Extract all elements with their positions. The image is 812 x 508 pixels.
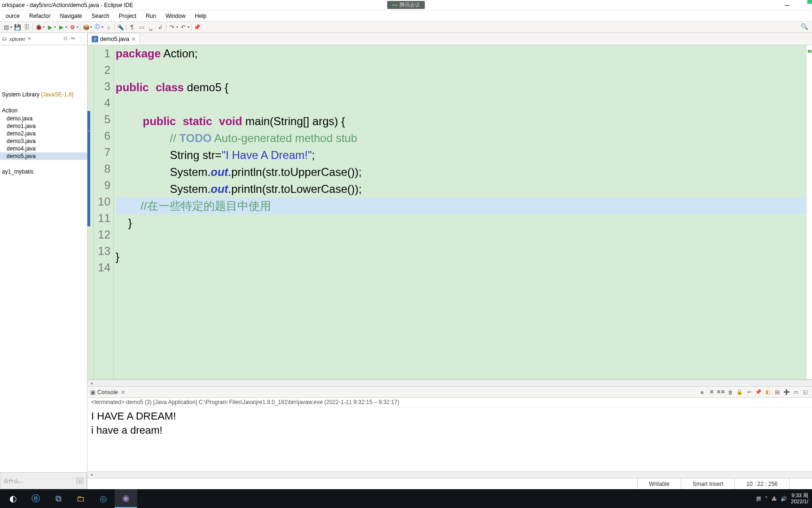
console-h-scrollbar[interactable]: ◂ [87,471,812,478]
powershell-icon[interactable]: ⧉ [47,489,70,508]
save-all-icon[interactable]: 🗄 [23,23,31,32]
show-whitespace-icon[interactable]: ␣ [147,23,155,32]
file-node[interactable]: demo2.java [0,130,87,137]
next-annotation-icon[interactable]: ↷ [168,23,176,32]
overview-mark [808,50,812,53]
tray-chevron-icon[interactable]: ˄ [765,496,768,502]
ime-indicator[interactable]: 拼 [756,495,761,502]
menu-refactor[interactable]: Refactor [24,10,55,21]
maximize-view-icon[interactable]: ◱ [802,389,809,396]
menu-bar: ource Refactor Navigate Search Project R… [0,10,812,22]
explorer-view-header: 🗂 xplorer ✕ ⊟ ⇆ ⋮ [0,33,87,45]
save-icon[interactable]: 💾 [13,23,22,32]
pin-editor-icon[interactable]: 📌 [193,23,201,32]
clear-console-icon[interactable]: 🗑 [726,389,734,396]
console-tab-label[interactable]: Console [97,389,118,396]
search-box[interactable]: 点什么... ‹ [0,472,87,489]
debug-icon[interactable]: 🐞 [34,23,43,32]
code-content[interactable]: package Action; public class demo5 { pub… [114,45,806,379]
file-explorer-icon[interactable]: 🗀 [70,489,92,508]
windows-taskbar: ◐ ⓔ ⧉ 🗀 ◎ ◉ 拼 ˄ 🖧 🔊 9:33 周 2022/1/ [0,489,812,508]
menu-project[interactable]: Project [114,10,141,21]
close-icon[interactable]: ✕ [121,389,125,396]
code-editor[interactable]: ▸ 1 2 3 4 5 6 7 8 9 10 11 12 13 14 packa… [87,45,812,380]
volume-icon[interactable]: 🔊 [781,496,787,502]
menu-search[interactable]: Search [87,10,114,21]
wrap-icon[interactable]: ↲ [156,23,164,32]
file-node[interactable]: demo3.java [0,137,87,145]
project-tree[interactable]: System Library [JavaSE-1.8] Action demo.… [0,45,87,472]
eclipse-icon[interactable]: ◉ [115,489,137,508]
scroll-left-icon[interactable]: ◂ [87,381,95,386]
main-split: 🗂 xplorer ✕ ⊟ ⇆ ⋮ System Library [JavaSE… [0,33,812,489]
edge-icon[interactable]: ⓔ [24,489,47,508]
status-insert-mode: Smart Insert [681,478,734,489]
scroll-left-icon[interactable]: ◂ [87,472,95,478]
close-tab-icon[interactable]: ✕ [131,36,136,42]
editor-tab[interactable]: J demo5.java ✕ [87,33,140,45]
coverage-icon[interactable]: ▶ [57,23,65,32]
taskbar-clock[interactable]: 9:33 周 2022/1/ [791,492,808,505]
scroll-lock-icon[interactable]: 🔒 [736,389,743,396]
view-menu-icon[interactable]: ⋮ [78,36,85,42]
collapse-all-icon[interactable]: ⊟ [63,36,70,42]
new-console-icon[interactable]: ➕ [783,389,790,396]
open-console-icon[interactable]: ▤ [773,389,781,396]
status-cursor-position: 10 : 22 : 256 [734,478,789,489]
system-tray[interactable]: 拼 ˄ 🖧 🔊 9:33 周 2022/1/ [756,492,810,505]
status-bar: Writable Smart Insert 10 : 22 : 256 [87,478,812,489]
display-selected-icon[interactable]: ◧ [764,389,772,396]
explorer-tab-label[interactable]: xplorer [9,36,25,42]
file-node-selected[interactable]: demo5.java [0,152,87,160]
network-icon[interactable]: 🖧 [772,496,777,501]
package-explorer-panel: 🗂 xplorer ✕ ⊟ ⇆ ⋮ System Library [JavaSE… [0,33,87,489]
menu-run[interactable]: Run [141,10,161,21]
file-node[interactable]: demo4.java [0,145,87,152]
console-panel: ▣ Console ✕ ■ ✖ ✖✖ 🗑 🔒 ↩ 📌 ◧ ▤ ➕ ▭ ◱ <te… [87,386,812,478]
title-bar: orkspace - day5/src/Action/demo5.java - … [0,0,812,10]
link-editor-icon[interactable]: ⇆ [71,36,78,42]
main-toolbar: ▤▾ 💾 🗄 🐞▾ ▶▾ ▶▾ ⚙▾ 📦▾ Ⓒ▾ ⌕ 🔦 ¶ ▭ ␣ ↲ ↷▾ … [0,22,812,33]
quick-access-icon[interactable]: 🔍 [801,23,808,30]
prev-annotation-icon[interactable]: ↶ [179,23,187,32]
todo-marker-icon: ▸ [88,128,90,133]
terminate-icon[interactable]: ■ [698,389,706,396]
editor-h-scrollbar[interactable]: ◂ [87,380,812,386]
new-icon[interactable]: ▤ [2,23,10,32]
console-process-info: <terminated> demo5 (3) [Java Application… [87,398,812,407]
menu-window[interactable]: Window [161,10,190,21]
line-gutter: 1 2 3 4 5 6 7 8 9 10 11 12 13 14 [94,45,114,379]
new-class-icon[interactable]: Ⓒ [93,23,102,32]
close-icon[interactable]: ✕ [27,36,31,42]
minimize-button[interactable] [776,0,798,10]
run-icon[interactable]: ▶ [46,23,54,32]
start-button[interactable]: ◐ [2,489,24,508]
package-node[interactable]: Action [0,106,87,115]
java-file-icon: J [92,36,98,42]
pin-console-icon[interactable]: 📌 [755,389,762,396]
status-writable: Writable [637,478,681,489]
tencent-meeting-badge[interactable]: ●● 腾讯会议 [387,1,425,9]
jre-library-node[interactable]: System Library [JavaSE-1.8] [0,90,87,99]
project-node[interactable]: ay1_mybatis [0,167,87,176]
ext-tools-icon[interactable]: ⚙ [68,23,77,32]
search-icon[interactable]: 🔦 [116,23,125,32]
tencent-meeting-icon[interactable]: ◎ [92,489,115,508]
block-select-icon[interactable]: ▭ [137,23,146,32]
word-wrap-icon[interactable]: ↩ [745,389,753,396]
menu-help[interactable]: Help [190,10,211,21]
file-node[interactable]: demo.java [0,115,87,122]
remove-all-icon[interactable]: ✖✖ [717,389,725,396]
remove-launch-icon[interactable]: ✖ [708,389,715,396]
toggle-mark-icon[interactable]: ¶ [128,23,136,32]
open-type-icon[interactable]: ⌕ [104,23,113,32]
overview-ruler[interactable] [806,45,812,379]
file-node[interactable]: demo1.java [0,122,87,130]
chevron-left-icon[interactable]: ‹ [76,477,84,484]
minimize-view-icon[interactable]: ▭ [792,389,800,396]
console-output[interactable]: I HAVE A DREAM! i have a dream! [87,407,812,471]
menu-source[interactable]: ource [1,10,24,21]
editor-area: J demo5.java ✕ ▸ 1 2 3 4 5 6 7 8 9 10 11 [87,33,812,489]
menu-navigate[interactable]: Navigate [55,10,86,21]
new-package-icon[interactable]: 📦 [82,23,90,32]
